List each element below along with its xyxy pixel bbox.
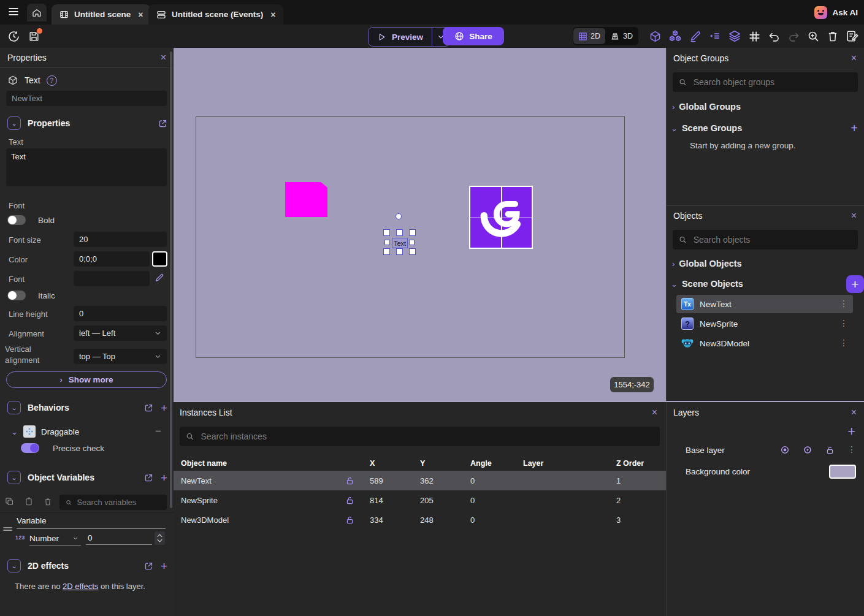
add-group-icon[interactable]: + bbox=[851, 122, 858, 134]
list-item[interactable]: New3DModel ⋮ bbox=[676, 334, 853, 352]
font-edit-pencil-icon[interactable] bbox=[154, 273, 164, 283]
object-groups-search[interactable] bbox=[673, 72, 858, 92]
resize-handle-s[interactable] bbox=[396, 248, 403, 255]
open-external-icon[interactable] bbox=[144, 403, 153, 413]
objects-search[interactable] bbox=[673, 230, 858, 249]
col-x[interactable]: X bbox=[370, 459, 420, 468]
resize-handle-e[interactable] bbox=[409, 240, 415, 245]
alignment-select[interactable]: left — Left bbox=[74, 325, 167, 341]
instance-z[interactable]: 3 bbox=[616, 515, 666, 525]
resize-handle-sw[interactable] bbox=[383, 248, 390, 255]
list-item[interactable]: Tx NewText ⋮ bbox=[676, 295, 853, 313]
instance-y[interactable]: 205 bbox=[420, 496, 470, 505]
scene-groups-row[interactable]: ⌄ Scene Groups + bbox=[671, 122, 858, 134]
objects-search-input[interactable] bbox=[692, 234, 852, 245]
panel-resize-divider[interactable] bbox=[174, 401, 864, 402]
delete-variable-icon[interactable] bbox=[44, 497, 52, 506]
global-objects-row[interactable]: › Global Objects bbox=[672, 259, 742, 268]
instances-search-input[interactable] bbox=[200, 431, 654, 442]
tab-scene-close-icon[interactable]: × bbox=[138, 10, 143, 20]
instance-x[interactable]: 814 bbox=[370, 496, 420, 505]
vertical-alignment-select[interactable]: top — Top bbox=[74, 349, 167, 364]
instance-z[interactable]: 2 bbox=[616, 496, 666, 505]
color-value-input[interactable] bbox=[74, 251, 150, 267]
delete-trash-icon[interactable] bbox=[827, 30, 839, 42]
mode-2d-button[interactable]: 2D bbox=[573, 28, 605, 44]
show-more-button[interactable]: › Show more bbox=[6, 371, 167, 388]
italic-toggle[interactable] bbox=[7, 291, 26, 300]
active-layer-radio-icon[interactable] bbox=[780, 445, 790, 455]
mode-3d-button[interactable]: 3D bbox=[605, 28, 638, 44]
variable-value-stepper[interactable] bbox=[155, 531, 165, 545]
variable-type-select[interactable]: Number bbox=[29, 531, 81, 546]
layer-lock-open-icon[interactable] bbox=[825, 446, 835, 455]
paste-variable-icon[interactable] bbox=[25, 497, 33, 506]
version-history-icon[interactable] bbox=[7, 30, 20, 43]
bold-toggle[interactable] bbox=[7, 215, 26, 225]
instance-newsprite-gdevelop-logo[interactable] bbox=[469, 186, 533, 249]
grid-settings-icon[interactable] bbox=[748, 30, 761, 43]
table-row[interactable]: New3DModel 334 248 0 3 bbox=[174, 510, 666, 530]
background-color-swatch[interactable] bbox=[829, 465, 856, 479]
collapse-properties-icon[interactable]: ⌄ bbox=[7, 116, 21, 130]
instance-angle[interactable]: 0 bbox=[470, 476, 523, 485]
object-groups-icon[interactable] bbox=[668, 29, 682, 43]
tab-events[interactable]: Untitled scene (Events) × bbox=[148, 4, 283, 25]
share-button[interactable]: Share bbox=[443, 27, 504, 45]
variable-drag-handle[interactable] bbox=[2, 526, 13, 532]
open-external-icon[interactable] bbox=[144, 473, 153, 482]
font-input[interactable] bbox=[74, 271, 150, 286]
save-button[interactable] bbox=[28, 31, 40, 42]
table-row[interactable]: NewSprite 814 205 0 2 bbox=[174, 490, 666, 510]
variables-search[interactable] bbox=[59, 495, 167, 510]
instance-z[interactable]: 1 bbox=[616, 476, 666, 485]
color-swatch[interactable] bbox=[152, 251, 167, 267]
col-layer[interactable]: Layer bbox=[523, 459, 616, 468]
line-height-input[interactable] bbox=[74, 306, 167, 321]
redo-icon[interactable] bbox=[787, 30, 800, 43]
resize-handle-se[interactable] bbox=[409, 248, 416, 255]
layers-icon[interactable] bbox=[728, 29, 741, 43]
zoom-in-icon[interactable] bbox=[807, 30, 820, 43]
layers-close-icon[interactable]: × bbox=[851, 407, 857, 418]
instance-y[interactable]: 248 bbox=[420, 515, 470, 525]
instance-new3dmodel-placeholder[interactable] bbox=[285, 182, 327, 217]
add-behavior-icon[interactable]: + bbox=[161, 402, 167, 414]
col-object-name[interactable]: Object name bbox=[181, 459, 345, 468]
resize-handle-ne[interactable] bbox=[409, 229, 416, 236]
add-effect-icon[interactable]: + bbox=[161, 560, 167, 572]
instances-list-icon[interactable] bbox=[708, 30, 721, 43]
instance-angle[interactable]: 0 bbox=[470, 496, 523, 505]
variables-search-input[interactable] bbox=[75, 497, 161, 508]
undo-icon[interactable] bbox=[768, 30, 781, 43]
layer-menu-kebab-icon[interactable]: ⋮ bbox=[847, 448, 856, 452]
base-layer-row[interactable]: Base layer ⋮ bbox=[686, 445, 856, 455]
global-groups-row[interactable]: › Global Groups bbox=[672, 102, 741, 112]
objects-close-icon[interactable]: × bbox=[851, 210, 857, 221]
rotation-handle[interactable] bbox=[396, 213, 402, 219]
tab-scene[interactable]: Untitled scene × bbox=[52, 4, 151, 25]
instances-search[interactable] bbox=[180, 427, 660, 446]
instances-list-close-icon[interactable]: × bbox=[652, 407, 657, 418]
chevron-down-icon[interactable]: ⌄ bbox=[11, 427, 18, 436]
layer-visibility-icon[interactable] bbox=[803, 445, 812, 455]
col-z-order[interactable]: Z Order bbox=[616, 459, 666, 468]
instance-x[interactable]: 334 bbox=[370, 515, 420, 525]
instance-x[interactable]: 589 bbox=[370, 476, 420, 485]
edit-pencil-icon[interactable] bbox=[689, 30, 702, 43]
col-angle[interactable]: Angle bbox=[470, 459, 523, 468]
lock-open-icon[interactable] bbox=[345, 476, 370, 485]
open-external-icon[interactable] bbox=[144, 561, 153, 571]
text-value-textarea[interactable]: Text bbox=[6, 148, 167, 186]
scene-canvas[interactable]: Text 1554;-342 bbox=[174, 48, 666, 402]
collapse-variables-icon[interactable]: ⌄ bbox=[7, 471, 21, 484]
open-external-icon[interactable] bbox=[158, 119, 167, 128]
collapse-behaviors-icon[interactable]: ⌄ bbox=[7, 401, 21, 414]
collapse-effects-icon[interactable]: ⌄ bbox=[7, 559, 21, 572]
home-button[interactable] bbox=[27, 4, 47, 21]
tab-events-close-icon[interactable]: × bbox=[270, 10, 275, 20]
lock-open-icon[interactable] bbox=[345, 496, 370, 505]
col-y[interactable]: Y bbox=[420, 459, 470, 468]
remove-behavior-icon[interactable]: − bbox=[155, 425, 161, 438]
lock-open-icon[interactable] bbox=[345, 515, 370, 525]
